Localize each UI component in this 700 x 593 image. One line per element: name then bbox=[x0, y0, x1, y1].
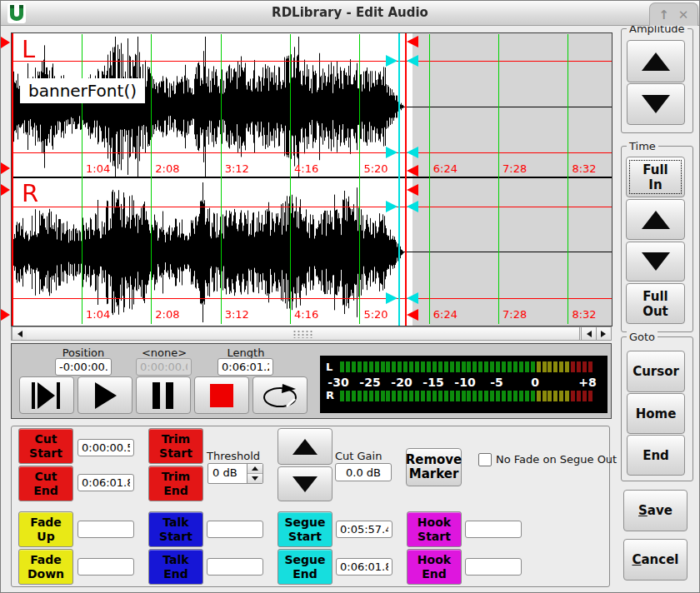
cut-start-button[interactable]: Cut Start bbox=[18, 428, 73, 464]
play-button[interactable] bbox=[78, 376, 132, 414]
arrow-left-icon bbox=[18, 331, 22, 337]
threshold-spinbox[interactable]: 0 dB bbox=[208, 463, 263, 484]
waveform-scrollbar[interactable] bbox=[11, 326, 612, 341]
full-in-button[interactable]: Full In bbox=[626, 157, 685, 197]
position-field[interactable] bbox=[55, 358, 112, 376]
cut-end-field[interactable] bbox=[78, 474, 134, 491]
segue-end-button[interactable]: Segue End bbox=[278, 549, 332, 585]
meter-segment bbox=[472, 361, 477, 372]
meter-segment bbox=[340, 361, 344, 372]
segue-end-field[interactable] bbox=[336, 558, 392, 576]
talk-end-field[interactable] bbox=[207, 558, 263, 576]
cancel-button[interactable]: Cancel bbox=[623, 539, 688, 581]
segue-end-marker-handle[interactable] bbox=[407, 55, 418, 67]
meter-segment bbox=[369, 391, 373, 401]
time-label: 2:08 bbox=[155, 162, 179, 175]
segue-end-marker-handle[interactable] bbox=[407, 201, 418, 212]
no-fade-checkbox[interactable] bbox=[478, 453, 492, 466]
hook-start-field[interactable] bbox=[465, 521, 522, 538]
pause-button[interactable] bbox=[136, 376, 191, 414]
save-key-letter: S bbox=[638, 503, 648, 518]
goto-group-label: Goto bbox=[627, 331, 658, 343]
segue-end-marker-handle[interactable] bbox=[407, 147, 418, 158]
threshold-spin-up-button[interactable] bbox=[248, 464, 262, 474]
loop-button[interactable] bbox=[252, 376, 308, 414]
remove-marker-button[interactable]: Remove Marker bbox=[406, 448, 462, 486]
position-label: Position bbox=[45, 346, 122, 359]
segue-start-marker-line[interactable] bbox=[398, 33, 400, 326]
cut-end-marker-line[interactable] bbox=[405, 33, 407, 326]
time-zoom-in-button[interactable] bbox=[626, 199, 685, 240]
cut-gain-field[interactable] bbox=[335, 463, 392, 481]
waveform-left-canvas[interactable] bbox=[12, 34, 411, 177]
cut-start-marker-handle[interactable] bbox=[1, 37, 10, 48]
goto-end-button[interactable]: End bbox=[627, 435, 685, 476]
amplitude-up-button[interactable] bbox=[627, 40, 685, 82]
trim-end-button[interactable]: Trim End bbox=[148, 466, 203, 501]
meter-segment bbox=[369, 361, 373, 372]
scroll-left-button[interactable] bbox=[12, 327, 28, 340]
cut-end-marker-handle[interactable] bbox=[407, 184, 418, 196]
meter-tick: -30 bbox=[328, 376, 348, 389]
save-button[interactable]: Save bbox=[623, 490, 688, 531]
fade-up-button[interactable]: Fade Up bbox=[18, 511, 73, 547]
full-out-button[interactable]: Full Out bbox=[626, 283, 685, 324]
cut-start-marker-handle[interactable] bbox=[1, 184, 10, 196]
cancel-rest-letters: ancel bbox=[642, 552, 679, 567]
segue-start-marker-handle[interactable] bbox=[386, 55, 398, 67]
stop-icon bbox=[208, 382, 235, 409]
amplitude-down-button[interactable] bbox=[627, 83, 685, 125]
segue-start-field[interactable] bbox=[336, 521, 392, 538]
marker-readout-field bbox=[136, 358, 192, 376]
cut-start-marker-line[interactable] bbox=[12, 33, 13, 326]
goto-home-button[interactable]: Home bbox=[627, 393, 685, 434]
shade-window-button[interactable]: ↑ bbox=[659, 7, 670, 22]
talk-start-button[interactable]: Talk Start bbox=[148, 511, 203, 547]
stop-button[interactable] bbox=[194, 376, 249, 414]
fade-up-field[interactable] bbox=[78, 521, 134, 538]
cut-end-marker-handle[interactable] bbox=[407, 165, 418, 177]
scrollbar-handle[interactable] bbox=[27, 327, 580, 340]
segue-end-marker-handle[interactable] bbox=[407, 292, 418, 304]
segue-start-marker-handle[interactable] bbox=[386, 292, 398, 304]
close-window-button[interactable]: ✕ bbox=[678, 7, 689, 22]
length-field[interactable] bbox=[218, 358, 273, 376]
scroll-right-button[interactable] bbox=[596, 327, 610, 340]
gain-down-button[interactable] bbox=[278, 466, 332, 501]
meter-segment bbox=[346, 391, 350, 401]
segue-start-button[interactable]: Segue Start bbox=[278, 511, 332, 547]
gain-up-button[interactable] bbox=[278, 428, 332, 465]
scroll-left-button-2[interactable] bbox=[581, 327, 597, 340]
cut-end-marker-handle[interactable] bbox=[407, 36, 418, 47]
cut-start-marker-handle[interactable] bbox=[1, 162, 10, 174]
waveform-display[interactable]: L R bannerFont() 1:041:042:082:083:123:1… bbox=[11, 32, 612, 326]
meter-segment bbox=[525, 391, 529, 401]
cut-start-field[interactable] bbox=[78, 439, 134, 456]
meter-segment bbox=[502, 361, 506, 372]
talk-end-button[interactable]: Talk End bbox=[148, 549, 203, 585]
hook-start-button[interactable]: Hook Start bbox=[407, 511, 462, 547]
cut-end-button[interactable]: Cut End bbox=[18, 466, 73, 501]
arrow-right-icon bbox=[601, 331, 606, 337]
segue-start-marker-handle[interactable] bbox=[386, 147, 398, 158]
goto-cursor-button[interactable]: Cursor bbox=[627, 351, 685, 392]
threshold-value[interactable]: 0 dB bbox=[208, 464, 247, 483]
fade-down-button[interactable]: Fade Down bbox=[18, 549, 73, 585]
threshold-spin-down-button[interactable] bbox=[248, 474, 262, 483]
hook-end-button[interactable]: Hook End bbox=[407, 549, 462, 585]
talk-start-field[interactable] bbox=[207, 521, 263, 538]
cut-start-marker-handle[interactable] bbox=[1, 309, 10, 321]
fade-down-field[interactable] bbox=[78, 558, 134, 576]
meter-segment bbox=[462, 391, 466, 401]
play-from-cursor-icon bbox=[31, 381, 62, 410]
hook-end-field[interactable] bbox=[465, 558, 522, 576]
meter-tick: -10 bbox=[454, 376, 475, 389]
meter-left-segments bbox=[340, 361, 600, 373]
segue-start-marker-handle[interactable] bbox=[386, 201, 398, 212]
trim-start-button[interactable]: Trim Start bbox=[148, 428, 203, 464]
audio-level-meter: L R -30 -25 -20 -15 -10 -5 0 +8 bbox=[320, 356, 608, 413]
play-from-start-button[interactable] bbox=[19, 376, 74, 414]
left-channel-label: L bbox=[22, 35, 35, 63]
cut-end-marker-handle[interactable] bbox=[407, 309, 418, 321]
time-zoom-out-button[interactable] bbox=[626, 242, 685, 282]
